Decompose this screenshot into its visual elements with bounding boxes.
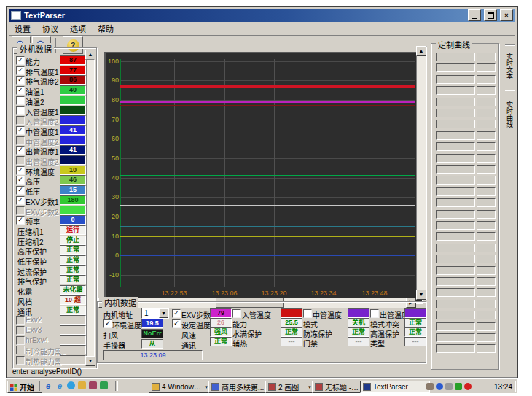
browser-icon[interactable]: e (55, 381, 64, 390)
curve-value-field[interactable] (477, 311, 496, 319)
curve-value-field[interactable] (477, 344, 496, 353)
curve-name-field[interactable] (436, 244, 475, 252)
curve-name-field[interactable] (436, 187, 475, 196)
title-bar[interactable]: TextParser × (9, 9, 515, 22)
curve-value-field[interactable] (477, 277, 496, 286)
restore-button[interactable] (484, 9, 497, 21)
folder-icon[interactable] (78, 381, 86, 389)
curve-value-field[interactable] (477, 187, 496, 196)
curve-value-field[interactable] (477, 300, 496, 308)
curve-name-field[interactable] (436, 98, 475, 106)
curve-value-field[interactable] (477, 86, 496, 95)
curve-value-field[interactable] (477, 142, 496, 151)
curve-name-field[interactable] (436, 344, 475, 353)
curve-name-field[interactable] (436, 198, 475, 207)
curve-name-field[interactable] (436, 120, 475, 128)
red-app-tray-icon[interactable] (464, 383, 472, 390)
curve-value-field[interactable] (477, 176, 496, 185)
taskbar-button-4[interactable]: 无标题 - C... (312, 381, 363, 393)
checkbox[interactable]: ✓ (16, 216, 25, 225)
curve-value-field[interactable] (477, 221, 496, 230)
checkbox[interactable]: ✓ (16, 56, 25, 65)
address-dropdown-button[interactable]: ▼ (159, 308, 168, 318)
curve-value-field[interactable] (477, 244, 496, 252)
scroll-down-button[interactable]: ▼ (85, 356, 95, 366)
curve-value-field[interactable] (477, 266, 496, 275)
checkbox[interactable]: ✓ (16, 176, 25, 185)
address-combobox[interactable]: 1 ▼ (141, 308, 169, 319)
curve-name-field[interactable] (436, 75, 475, 84)
checkbox[interactable] (16, 106, 25, 115)
curve-value-field[interactable] (477, 53, 496, 61)
checkbox[interactable]: ✓ (172, 309, 181, 318)
checkbox[interactable] (303, 309, 312, 318)
curve-value-field[interactable] (477, 154, 496, 163)
curve-name-field[interactable] (436, 53, 475, 61)
curve-name-field[interactable] (436, 86, 475, 95)
curve-value-field[interactable] (477, 120, 496, 128)
menu-item-协议[interactable]: 协议 (36, 22, 64, 35)
curve-name-field[interactable] (436, 176, 475, 185)
msn-icon[interactable] (67, 381, 75, 389)
curve-value-field[interactable] (477, 109, 496, 117)
checkbox[interactable]: ✓ (172, 319, 181, 328)
curve-value-field[interactable] (477, 322, 496, 331)
curve-name-field[interactable] (436, 311, 475, 319)
taskbar-button-1[interactable]: 4 Windows...▼ (149, 381, 211, 393)
curve-value-field[interactable] (477, 63, 496, 72)
media-icon[interactable] (100, 381, 108, 389)
curve-value-field[interactable] (477, 255, 496, 263)
left-panel-scrollbar[interactable] (86, 59, 95, 357)
checkbox[interactable]: ✓ (16, 86, 25, 95)
checkbox[interactable]: ✓ (16, 196, 25, 205)
messenger-tray-icon[interactable] (436, 383, 443, 390)
tab-realtime-curve[interactable]: 实时曲线 (505, 90, 515, 139)
curve-name-field[interactable] (436, 142, 475, 151)
printer-tray-icon[interactable] (426, 383, 434, 390)
lock-icon[interactable] (89, 381, 97, 389)
curve-name-field[interactable] (436, 266, 475, 275)
checkbox[interactable]: ✓ (16, 166, 25, 175)
curve-name-field[interactable] (436, 300, 475, 308)
curve-value-field[interactable] (477, 165, 496, 174)
taskbar-button-3[interactable]: 2 画图▼ (265, 381, 315, 393)
curve-value-field[interactable] (477, 198, 496, 207)
curve-name-field[interactable] (436, 63, 475, 72)
curve-name-field[interactable] (436, 333, 475, 342)
curve-name-field[interactable] (436, 165, 475, 174)
taskbar-button-5[interactable]: TextParser (360, 381, 430, 393)
curve-value-field[interactable] (477, 98, 496, 106)
trend-chart[interactable]: 1009080706050403020100-1013:22:5313:23:0… (104, 52, 423, 304)
chart-vscrollbar[interactable]: ▲ ▼ (416, 46, 427, 300)
curve-value-field[interactable] (477, 210, 496, 219)
curve-name-field[interactable] (436, 131, 475, 140)
checkbox[interactable]: ✓ (16, 126, 25, 135)
curve-value-field[interactable] (477, 333, 496, 342)
checkbox[interactable] (370, 309, 379, 318)
curve-value-field[interactable] (477, 288, 496, 297)
chart-scroll-up[interactable]: ▲ (416, 46, 426, 56)
curve-name-field[interactable] (436, 322, 475, 331)
menu-item-选项[interactable]: 选项 (64, 22, 92, 35)
green-app-tray-icon[interactable] (455, 383, 462, 390)
curve-name-field[interactable] (436, 154, 475, 163)
checkbox[interactable]: ✓ (16, 186, 25, 195)
chart-plot[interactable] (120, 59, 415, 287)
ie-icon[interactable]: e (44, 381, 52, 390)
menu-item-帮助[interactable]: 帮助 (92, 22, 120, 35)
curve-name-field[interactable] (436, 232, 475, 241)
curve-value-field[interactable] (477, 232, 496, 241)
curve-name-field[interactable] (436, 288, 475, 297)
chart-scroll-down[interactable]: ▼ (416, 290, 426, 300)
agent-tray-icon[interactable] (445, 383, 453, 390)
taskbar-button-2[interactable]: 商用多联第... (208, 381, 268, 393)
curve-name-field[interactable] (436, 255, 475, 263)
checkbox[interactable]: ✓ (16, 66, 25, 75)
checkbox[interactable]: ✓ (103, 319, 112, 328)
checkbox[interactable]: ✓ (16, 146, 25, 155)
close-button[interactable]: × (500, 9, 513, 21)
curve-name-field[interactable] (436, 210, 475, 219)
scroll-up-button[interactable]: ▲ (85, 50, 95, 60)
tab-realtime-text[interactable]: 实时文本 (505, 44, 515, 88)
curve-value-field[interactable] (477, 131, 496, 140)
